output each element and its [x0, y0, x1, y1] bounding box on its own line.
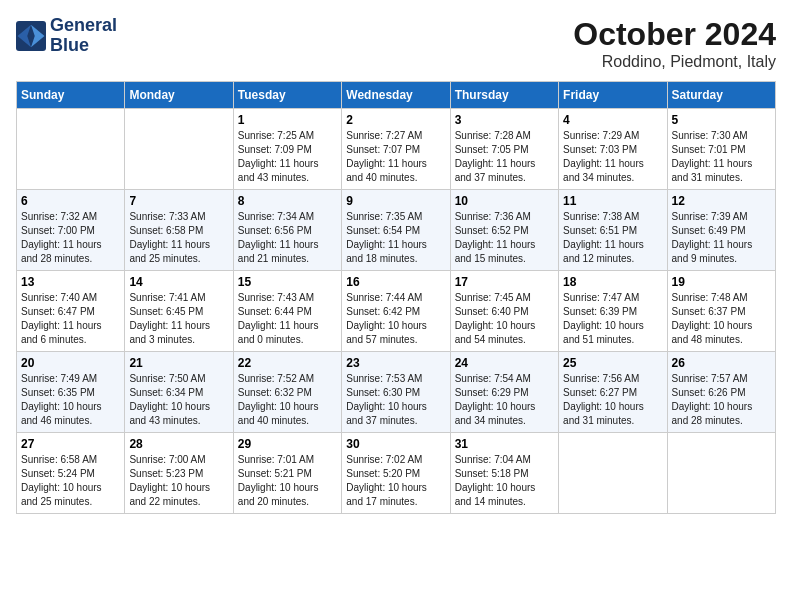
calendar-week-row: 13Sunrise: 7:40 AM Sunset: 6:47 PM Dayli… [17, 271, 776, 352]
calendar-cell [17, 109, 125, 190]
calendar-cell: 9Sunrise: 7:35 AM Sunset: 6:54 PM Daylig… [342, 190, 450, 271]
day-info: Sunrise: 7:45 AM Sunset: 6:40 PM Dayligh… [455, 291, 554, 347]
calendar-cell: 6Sunrise: 7:32 AM Sunset: 7:00 PM Daylig… [17, 190, 125, 271]
page-header: General Blue October 2024 Roddino, Piedm… [16, 16, 776, 71]
calendar-cell: 23Sunrise: 7:53 AM Sunset: 6:30 PM Dayli… [342, 352, 450, 433]
day-number: 28 [129, 437, 228, 451]
weekday-header: Thursday [450, 82, 558, 109]
calendar-week-row: 27Sunrise: 6:58 AM Sunset: 5:24 PM Dayli… [17, 433, 776, 514]
calendar-cell [667, 433, 775, 514]
weekday-header: Tuesday [233, 82, 341, 109]
calendar-cell: 1Sunrise: 7:25 AM Sunset: 7:09 PM Daylig… [233, 109, 341, 190]
calendar-cell: 8Sunrise: 7:34 AM Sunset: 6:56 PM Daylig… [233, 190, 341, 271]
day-info: Sunrise: 7:56 AM Sunset: 6:27 PM Dayligh… [563, 372, 662, 428]
day-number: 2 [346, 113, 445, 127]
calendar-cell: 13Sunrise: 7:40 AM Sunset: 6:47 PM Dayli… [17, 271, 125, 352]
day-info: Sunrise: 7:47 AM Sunset: 6:39 PM Dayligh… [563, 291, 662, 347]
calendar-cell: 31Sunrise: 7:04 AM Sunset: 5:18 PM Dayli… [450, 433, 558, 514]
logo-line1: General [50, 16, 117, 36]
calendar-cell: 14Sunrise: 7:41 AM Sunset: 6:45 PM Dayli… [125, 271, 233, 352]
day-info: Sunrise: 7:39 AM Sunset: 6:49 PM Dayligh… [672, 210, 771, 266]
logo-line2: Blue [50, 36, 117, 56]
day-number: 18 [563, 275, 662, 289]
day-number: 11 [563, 194, 662, 208]
day-number: 29 [238, 437, 337, 451]
calendar-cell: 21Sunrise: 7:50 AM Sunset: 6:34 PM Dayli… [125, 352, 233, 433]
day-info: Sunrise: 7:49 AM Sunset: 6:35 PM Dayligh… [21, 372, 120, 428]
day-info: Sunrise: 7:54 AM Sunset: 6:29 PM Dayligh… [455, 372, 554, 428]
weekday-header-row: SundayMondayTuesdayWednesdayThursdayFrid… [17, 82, 776, 109]
calendar-subtitle: Roddino, Piedmont, Italy [573, 53, 776, 71]
calendar-cell: 19Sunrise: 7:48 AM Sunset: 6:37 PM Dayli… [667, 271, 775, 352]
weekday-header: Sunday [17, 82, 125, 109]
calendar-cell: 22Sunrise: 7:52 AM Sunset: 6:32 PM Dayli… [233, 352, 341, 433]
day-info: Sunrise: 7:44 AM Sunset: 6:42 PM Dayligh… [346, 291, 445, 347]
day-number: 10 [455, 194, 554, 208]
calendar-table: SundayMondayTuesdayWednesdayThursdayFrid… [16, 81, 776, 514]
day-number: 24 [455, 356, 554, 370]
day-info: Sunrise: 7:41 AM Sunset: 6:45 PM Dayligh… [129, 291, 228, 347]
day-number: 20 [21, 356, 120, 370]
calendar-cell: 10Sunrise: 7:36 AM Sunset: 6:52 PM Dayli… [450, 190, 558, 271]
day-info: Sunrise: 7:36 AM Sunset: 6:52 PM Dayligh… [455, 210, 554, 266]
weekday-header: Saturday [667, 82, 775, 109]
day-info: Sunrise: 7:30 AM Sunset: 7:01 PM Dayligh… [672, 129, 771, 185]
day-info: Sunrise: 7:57 AM Sunset: 6:26 PM Dayligh… [672, 372, 771, 428]
calendar-week-row: 6Sunrise: 7:32 AM Sunset: 7:00 PM Daylig… [17, 190, 776, 271]
calendar-cell: 15Sunrise: 7:43 AM Sunset: 6:44 PM Dayli… [233, 271, 341, 352]
calendar-cell: 3Sunrise: 7:28 AM Sunset: 7:05 PM Daylig… [450, 109, 558, 190]
day-info: Sunrise: 7:27 AM Sunset: 7:07 PM Dayligh… [346, 129, 445, 185]
calendar-cell: 29Sunrise: 7:01 AM Sunset: 5:21 PM Dayli… [233, 433, 341, 514]
calendar-cell: 4Sunrise: 7:29 AM Sunset: 7:03 PM Daylig… [559, 109, 667, 190]
day-number: 8 [238, 194, 337, 208]
calendar-cell: 16Sunrise: 7:44 AM Sunset: 6:42 PM Dayli… [342, 271, 450, 352]
day-number: 25 [563, 356, 662, 370]
day-info: Sunrise: 7:38 AM Sunset: 6:51 PM Dayligh… [563, 210, 662, 266]
day-info: Sunrise: 7:28 AM Sunset: 7:05 PM Dayligh… [455, 129, 554, 185]
logo-icon [16, 21, 46, 51]
day-number: 4 [563, 113, 662, 127]
calendar-title: October 2024 [573, 16, 776, 53]
day-number: 31 [455, 437, 554, 451]
day-number: 14 [129, 275, 228, 289]
day-number: 3 [455, 113, 554, 127]
day-info: Sunrise: 7:35 AM Sunset: 6:54 PM Dayligh… [346, 210, 445, 266]
day-info: Sunrise: 7:32 AM Sunset: 7:00 PM Dayligh… [21, 210, 120, 266]
calendar-cell: 11Sunrise: 7:38 AM Sunset: 6:51 PM Dayli… [559, 190, 667, 271]
day-info: Sunrise: 7:25 AM Sunset: 7:09 PM Dayligh… [238, 129, 337, 185]
calendar-week-row: 20Sunrise: 7:49 AM Sunset: 6:35 PM Dayli… [17, 352, 776, 433]
day-number: 1 [238, 113, 337, 127]
day-number: 23 [346, 356, 445, 370]
day-info: Sunrise: 7:29 AM Sunset: 7:03 PM Dayligh… [563, 129, 662, 185]
calendar-cell: 5Sunrise: 7:30 AM Sunset: 7:01 PM Daylig… [667, 109, 775, 190]
calendar-cell: 24Sunrise: 7:54 AM Sunset: 6:29 PM Dayli… [450, 352, 558, 433]
day-number: 12 [672, 194, 771, 208]
day-number: 26 [672, 356, 771, 370]
weekday-header: Friday [559, 82, 667, 109]
day-number: 15 [238, 275, 337, 289]
calendar-cell: 26Sunrise: 7:57 AM Sunset: 6:26 PM Dayli… [667, 352, 775, 433]
day-info: Sunrise: 7:34 AM Sunset: 6:56 PM Dayligh… [238, 210, 337, 266]
day-number: 17 [455, 275, 554, 289]
calendar-cell: 2Sunrise: 7:27 AM Sunset: 7:07 PM Daylig… [342, 109, 450, 190]
day-number: 19 [672, 275, 771, 289]
day-number: 13 [21, 275, 120, 289]
day-info: Sunrise: 7:48 AM Sunset: 6:37 PM Dayligh… [672, 291, 771, 347]
day-number: 16 [346, 275, 445, 289]
calendar-cell: 20Sunrise: 7:49 AM Sunset: 6:35 PM Dayli… [17, 352, 125, 433]
calendar-cell: 27Sunrise: 6:58 AM Sunset: 5:24 PM Dayli… [17, 433, 125, 514]
title-block: October 2024 Roddino, Piedmont, Italy [573, 16, 776, 71]
day-info: Sunrise: 7:50 AM Sunset: 6:34 PM Dayligh… [129, 372, 228, 428]
calendar-cell: 18Sunrise: 7:47 AM Sunset: 6:39 PM Dayli… [559, 271, 667, 352]
day-info: Sunrise: 7:00 AM Sunset: 5:23 PM Dayligh… [129, 453, 228, 509]
day-number: 22 [238, 356, 337, 370]
calendar-week-row: 1Sunrise: 7:25 AM Sunset: 7:09 PM Daylig… [17, 109, 776, 190]
day-info: Sunrise: 7:01 AM Sunset: 5:21 PM Dayligh… [238, 453, 337, 509]
weekday-header: Monday [125, 82, 233, 109]
day-number: 6 [21, 194, 120, 208]
day-number: 30 [346, 437, 445, 451]
day-info: Sunrise: 7:04 AM Sunset: 5:18 PM Dayligh… [455, 453, 554, 509]
logo-text: General Blue [50, 16, 117, 56]
weekday-header: Wednesday [342, 82, 450, 109]
day-number: 5 [672, 113, 771, 127]
